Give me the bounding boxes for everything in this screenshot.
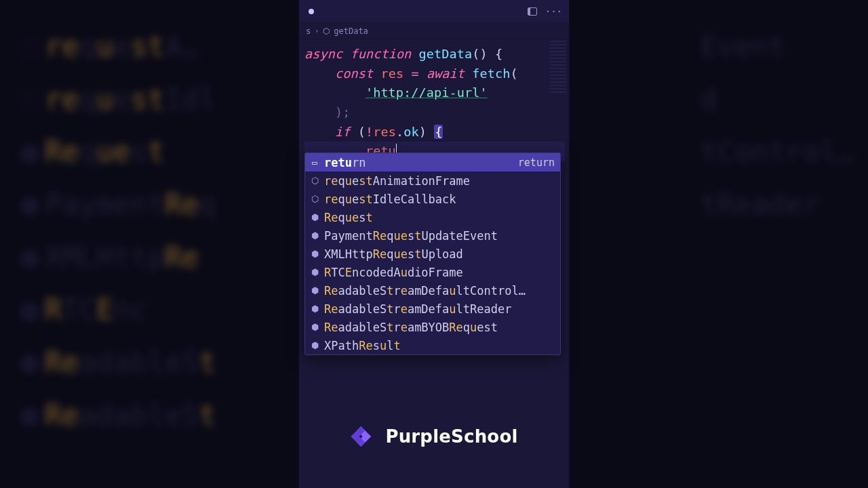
token-function: fetch <box>472 66 510 81</box>
class-icon: ⬢ <box>309 304 320 314</box>
autocomplete-label: Request <box>324 211 555 224</box>
class-icon: ⬢ <box>309 267 320 277</box>
autocomplete-item[interactable]: ⬡requestAnimationFrame <box>305 171 560 190</box>
autocomplete-item[interactable]: ⬢RTCEncodedAudioFrame <box>305 263 560 281</box>
autocomplete-item[interactable]: ⬢ReadableStreamBYOBRequest <box>305 318 560 336</box>
split-editor-icon[interactable] <box>528 7 537 16</box>
class-icon: ⬢ <box>309 249 320 259</box>
autocomplete-item[interactable]: ▭returnreturn <box>305 153 560 171</box>
breadcrumb-symbol: getData <box>334 26 368 36</box>
autocomplete-label: ReadableStreamDefaultReader <box>324 302 555 316</box>
autocomplete-label: PaymentRequestUpdateEvent <box>324 229 555 243</box>
class-icon: ⬢ <box>309 322 320 332</box>
autocomplete-item[interactable]: ⬢Request <box>305 208 560 226</box>
token-keyword: async <box>304 47 342 61</box>
autocomplete-label: requestAnimationFrame <box>324 174 555 188</box>
class-icon: ⬢ <box>309 230 320 241</box>
brand-name: PurpleSchool <box>385 426 517 447</box>
symbol-method-icon: ⬡ <box>323 26 330 36</box>
keyword-icon: ▭ <box>309 157 320 167</box>
chevron-right-icon: › <box>315 27 319 35</box>
tab-modified-dot-icon <box>309 9 314 14</box>
breadcrumb-suffix: s <box>306 26 311 36</box>
class-icon: ⬢ <box>309 285 320 296</box>
autocomplete-label: ReadableStreamDefaultControl… <box>324 284 555 298</box>
token-keyword: if <box>335 125 350 139</box>
brace-match: { <box>434 125 443 139</box>
autocomplete-label: XPathResult <box>324 339 555 352</box>
code-area[interactable]: async function getData() { const res = a… <box>299 39 569 161</box>
autocomplete-label: XMLHttpRequestUpload <box>324 247 555 261</box>
function-icon: ⬡ <box>309 194 320 204</box>
autocomplete-item[interactable]: ⬡requestIdleCallback <box>305 190 560 208</box>
more-icon[interactable]: ··· <box>545 6 562 17</box>
autocomplete-label: RTCEncodedAudioFrame <box>324 266 555 279</box>
class-icon: ⬢ <box>309 340 320 350</box>
editor-tabbar: ··· <box>299 0 569 23</box>
autocomplete-hint: return <box>518 157 555 169</box>
autocomplete-item[interactable]: ⬢XMLHttpRequestUpload <box>305 245 560 263</box>
token-function: getData <box>419 47 473 61</box>
token-keyword: const <box>335 66 373 81</box>
autocomplete-item[interactable]: ⬢ReadableStreamDefaultReader <box>305 300 560 318</box>
token-string: 'http://api-url' <box>366 85 488 100</box>
brand-logo: PurpleSchool <box>298 423 570 450</box>
autocomplete-item[interactable]: ⬢PaymentRequestUpdateEvent <box>305 226 560 245</box>
autocomplete-label: return <box>324 156 514 169</box>
class-icon: ⬢ <box>309 212 320 222</box>
autocomplete-label: requestIdleCallback <box>324 192 555 206</box>
token-keyword: function <box>350 47 411 61</box>
brand-mark-icon <box>350 423 377 450</box>
breadcrumb[interactable]: s › ⬡ getData <box>299 23 569 39</box>
token-variable: res <box>380 66 403 81</box>
autocomplete-label: ReadableStreamBYOBRequest <box>324 321 555 334</box>
autocomplete-popup[interactable]: ▭returnreturn⬡requestAnimationFrame⬡requ… <box>304 152 561 355</box>
function-icon: ⬡ <box>309 176 320 186</box>
token-keyword: await <box>427 66 465 81</box>
autocomplete-item[interactable]: ⬢XPathResult <box>305 336 560 354</box>
autocomplete-item[interactable]: ⬢ReadableStreamDefaultControl… <box>305 281 560 300</box>
